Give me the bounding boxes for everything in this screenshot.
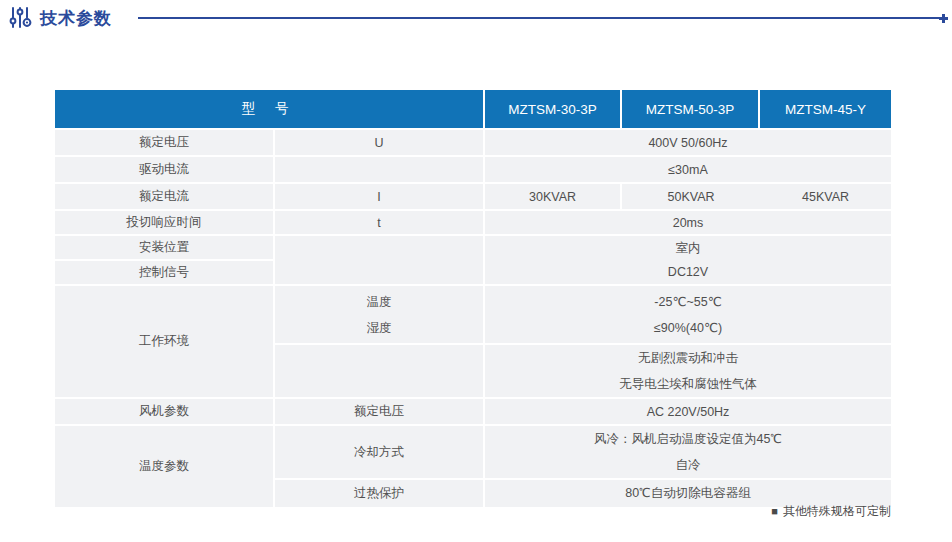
divider-end-plus-icon	[939, 14, 948, 23]
fan-rated-voltage-value: AC 220V/50Hz	[485, 399, 891, 426]
response-time-value: 20ms	[485, 211, 891, 236]
row-cooling: 温度参数 冷却方式 风冷：风机启动温度设定值为45℃ 自冷	[55, 426, 891, 480]
work-env-condition-2: 无导电尘埃和腐蚀性气体	[485, 371, 891, 397]
row-rated-current: 额定电流 I 30KVAR 50KVAR 45KVAR	[55, 184, 891, 211]
work-env-condition-1: 无剧烈震动和冲击	[485, 345, 891, 371]
work-env-sub-labels: 温度 湿度	[275, 286, 485, 345]
row-rated-voltage: 额定电压 U 400V 50/60Hz	[55, 130, 891, 157]
humidity-label: 湿度	[275, 315, 483, 341]
sliders-settings-icon	[8, 6, 32, 30]
rated-voltage-label: 额定电压	[55, 130, 275, 157]
drive-current-label: 驱动电流	[55, 157, 275, 184]
work-env-empty-cell	[275, 345, 485, 399]
cooling-method-values: 风冷：风机启动温度设定值为45℃ 自冷	[485, 426, 891, 480]
temperature-value: -25℃~55℃	[485, 289, 891, 315]
cooling-value-1: 风冷：风机启动温度设定值为45℃	[485, 426, 891, 452]
title-divider-line	[138, 17, 939, 19]
rated-current-symbol: I	[275, 184, 485, 211]
header-model-label: 型 号	[55, 90, 485, 130]
row-drive-current: 驱动电流 ≤30mA	[55, 157, 891, 184]
response-time-symbol: t	[275, 211, 485, 236]
install-control-values: 室内 DC12V	[485, 236, 891, 286]
drive-current-symbol	[275, 157, 485, 184]
footnote-text: 其他特殊规格可定制	[783, 504, 891, 518]
row-fan-params: 风机参数 额定电压 AC 220V/50Hz	[55, 399, 891, 426]
footnote: ■其他特殊规格可定制	[55, 503, 891, 520]
work-env-values-a: -25℃~55℃ ≤90%(40℃)	[485, 286, 891, 345]
row-response-time: 投切响应时间 t 20ms	[55, 211, 891, 236]
row-install-location: 安装位置 室内 DC12V	[55, 236, 891, 261]
work-env-label: 工作环境	[55, 286, 275, 399]
install-control-symbol-cell	[275, 236, 485, 286]
rated-voltage-symbol: U	[275, 130, 485, 157]
install-location-label: 安装位置	[55, 236, 275, 261]
temperature-label: 温度	[275, 289, 483, 315]
rated-current-label: 额定电流	[55, 184, 275, 211]
section-title: 技术参数	[40, 7, 112, 30]
row-work-env-a: 工作环境 温度 湿度 -25℃~55℃ ≤90%(40℃)	[55, 286, 891, 345]
table-header-row: 型 号 MZTSM-30-3P MZTSM-50-3P MZTSM-45-Y	[55, 90, 891, 130]
work-env-values-b: 无剧烈震动和冲击 无导电尘埃和腐蚀性气体	[485, 345, 891, 399]
cooling-value-2: 自冷	[485, 452, 891, 478]
drive-current-value: ≤30mA	[485, 157, 891, 184]
section-title-bar: 技术参数	[8, 6, 948, 30]
rated-current-value-1: 30KVAR	[485, 184, 622, 211]
response-time-label: 投切响应时间	[55, 211, 275, 236]
control-signal-value: DC12V	[485, 260, 891, 284]
rated-current-value-3: 45KVAR	[760, 184, 891, 211]
header-model-2: MZTSM-50-3P	[622, 90, 760, 130]
square-bullet-icon: ■	[771, 505, 778, 517]
temp-params-label: 温度参数	[55, 426, 275, 509]
datasheet-page: 技术参数 型 号 MZTSM-30-3P MZTSM-50-3P MZTSM-4…	[0, 0, 952, 542]
rated-voltage-value: 400V 50/60Hz	[485, 130, 891, 157]
rated-current-value-2: 50KVAR	[622, 184, 760, 211]
fan-params-label: 风机参数	[55, 399, 275, 426]
spec-table: 型 号 MZTSM-30-3P MZTSM-50-3P MZTSM-45-Y 额…	[55, 90, 891, 509]
header-model-1: MZTSM-30-3P	[485, 90, 622, 130]
control-signal-label: 控制信号	[55, 261, 275, 286]
cooling-method-label: 冷却方式	[275, 426, 485, 480]
install-location-value: 室内	[485, 236, 891, 260]
humidity-value: ≤90%(40℃)	[485, 315, 891, 341]
fan-rated-voltage-label: 额定电压	[275, 399, 485, 426]
header-model-3: MZTSM-45-Y	[760, 90, 891, 130]
